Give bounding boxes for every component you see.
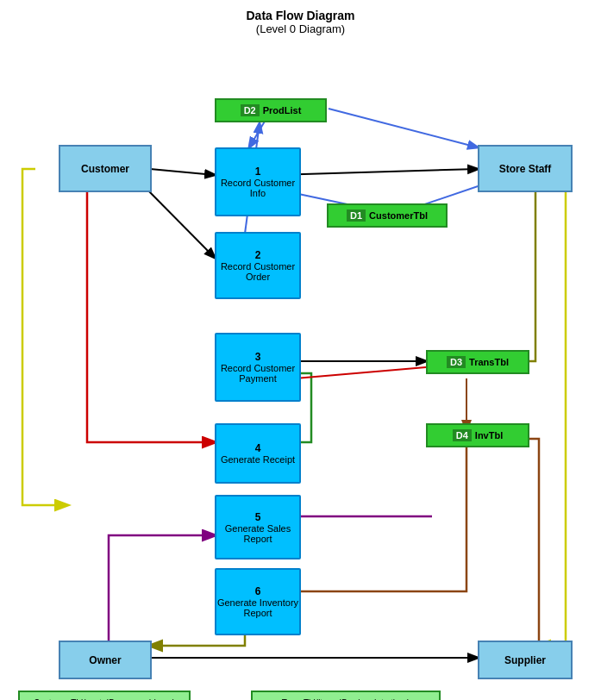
- svg-line-5: [329, 109, 478, 147]
- process-4: 4 Generate Receipt: [215, 423, 301, 484]
- legend-transtbl: TransTbl(item_ID,price,date,time): [251, 691, 441, 700]
- process-2: 2 Record Customer Order: [215, 232, 301, 299]
- process-6: 6 Generate Inventory Report: [215, 568, 301, 635]
- entity-customer: Customer: [59, 145, 152, 192]
- datastore-d3: D3 TransTbl: [426, 350, 529, 374]
- entity-supplier: Supplier: [478, 641, 573, 679]
- svg-line-0: [150, 169, 215, 175]
- entity-owner: Owner: [59, 641, 152, 679]
- datastore-d2: D2 ProdList: [215, 98, 327, 122]
- process-5: 5 Generate Sales Report: [215, 495, 301, 559]
- legend-customertbl: CustomerTbl(cust_ID,name,address): [18, 691, 191, 700]
- sub-title: (Level 0 Diagram): [9, 22, 592, 35]
- process-1: 1 Record Customer Info: [215, 147, 301, 216]
- datastore-d1: D1 CustomerTbl: [327, 203, 448, 228]
- process-3: 3 Record Customer Payment: [215, 333, 301, 402]
- page: Data Flow Diagram (Level 0 Diagram): [0, 0, 601, 700]
- entity-store-staff: Store Staff: [478, 145, 573, 192]
- datastore-d4: D4 InvTbl: [426, 423, 529, 447]
- diagram-area: Customer Store Staff Owner Supplier D2 P…: [9, 44, 592, 665]
- svg-line-1: [275, 169, 478, 175]
- main-title: Data Flow Diagram: [9, 9, 592, 22]
- svg-line-6: [141, 184, 215, 258]
- title-area: Data Flow Diagram (Level 0 Diagram): [9, 9, 592, 35]
